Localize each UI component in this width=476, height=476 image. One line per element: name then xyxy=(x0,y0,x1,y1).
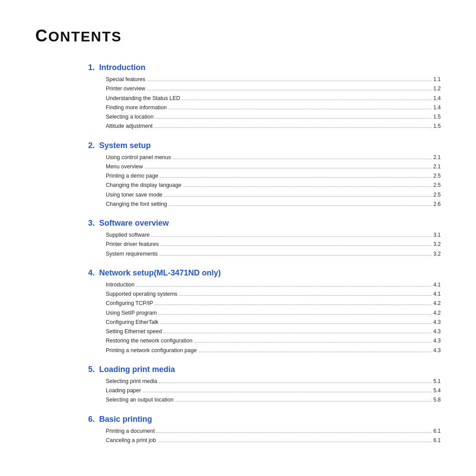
toc-entry: Using control panel menus2.1 xyxy=(106,153,441,162)
entry-dots xyxy=(169,205,431,206)
entry-page: 1.5 xyxy=(433,122,441,130)
toc-entry: Selecting print media5.1 xyxy=(106,377,441,386)
toc-section-1: 1. IntroductionSpecial features1.1Printe… xyxy=(35,63,441,131)
entry-dots xyxy=(173,159,431,159)
entry-label: Restoring the network configuration xyxy=(106,336,193,346)
entry-label: Loading paper xyxy=(106,386,141,395)
entry-dots xyxy=(156,432,431,433)
entry-page: 1.4 xyxy=(433,94,441,103)
entry-page: 2.5 xyxy=(433,190,441,199)
entry-page: 4.3 xyxy=(433,327,441,336)
entry-page: 6.1 xyxy=(433,427,441,435)
toc-entry: Selecting an output location5.8 xyxy=(106,395,441,405)
entry-label: Finding more information xyxy=(106,103,167,112)
entry-label: Special features xyxy=(106,75,145,84)
entry-label: Printing a network configuration page xyxy=(106,346,197,355)
toc-entry: Introduction4.1 xyxy=(106,280,441,290)
entry-label: Altitude adjustment xyxy=(106,122,152,131)
section-heading-1: 1. Introduction xyxy=(88,63,441,72)
toc-entries-3: Supplied software3.1Printer driver featu… xyxy=(106,231,441,259)
entry-dots xyxy=(154,127,431,128)
entry-dots xyxy=(194,342,432,342)
entry-page: 4.3 xyxy=(433,346,441,355)
entry-page: 1.2 xyxy=(433,84,441,93)
toc-entries-4: Introduction4.1Supported operating syste… xyxy=(106,280,441,355)
toc-container: 1. IntroductionSpecial features1.1Printe… xyxy=(35,63,441,445)
entry-label: Printing a document xyxy=(106,427,155,436)
entry-dots xyxy=(164,196,432,197)
entry-page: 2.5 xyxy=(433,171,441,180)
entry-dots xyxy=(155,305,431,305)
entry-dots xyxy=(155,118,431,119)
toc-entry: System requirements3.2 xyxy=(106,249,441,259)
toc-entry: Setting Ethernet speed4.3 xyxy=(106,327,441,336)
entry-label: System requirements xyxy=(106,249,158,259)
toc-entry: Altitude adjustment1.5 xyxy=(106,122,441,131)
toc-entry: Supported operating systems4.1 xyxy=(106,290,441,299)
entry-page: 2.5 xyxy=(433,181,441,190)
entry-dots xyxy=(160,177,431,178)
entry-dots xyxy=(182,100,431,100)
entry-label: Supported operating systems xyxy=(106,290,178,299)
entry-label: Changing the display language xyxy=(106,181,182,190)
toc-entry: Using SetIP program4.2 xyxy=(106,309,441,318)
entry-label: Printing a demo page xyxy=(106,171,158,181)
page-title: Contents xyxy=(35,26,441,45)
toc-entry: Loading paper5.4 xyxy=(106,386,441,395)
section-heading-3: 3. Software overview xyxy=(88,219,441,228)
entry-dots xyxy=(160,324,432,324)
entry-dots xyxy=(145,168,431,168)
entry-page: 5.8 xyxy=(433,395,441,404)
entry-dots xyxy=(198,352,431,352)
entry-label: Configuring TCP/IP xyxy=(106,299,153,308)
entry-page: 4.1 xyxy=(433,290,441,298)
entry-page: 4.2 xyxy=(433,309,441,317)
entry-label: Configuring EtherTalk xyxy=(106,318,159,327)
entry-label: Printer overview xyxy=(106,84,145,93)
section-heading-2: 2. System setup xyxy=(88,141,441,150)
entry-label: Canceling a print job xyxy=(106,436,156,445)
entry-page: 4.3 xyxy=(433,336,441,345)
entry-label: Setting Ethernet speed xyxy=(106,327,162,336)
toc-entry: Special features1.1 xyxy=(106,75,441,84)
entry-page: 3.2 xyxy=(433,240,441,249)
toc-entry: Understanding the Status LED1.4 xyxy=(106,94,441,103)
section-heading-4: 4. Network setup(ML-3471ND only) xyxy=(88,268,441,278)
toc-entry: Configuring EtherTalk4.3 xyxy=(106,318,441,327)
entry-label: Understanding the Status LED xyxy=(106,94,180,103)
entry-page: 3.1 xyxy=(433,231,441,239)
entry-dots xyxy=(136,286,431,286)
toc-entry: Finding more information1.4 xyxy=(106,103,441,112)
entry-label: Using SetIP program xyxy=(106,309,157,318)
entry-label: Using control panel menus xyxy=(106,153,171,162)
entry-label: Using toner save mode xyxy=(106,190,163,200)
entry-page: 5.1 xyxy=(433,377,441,386)
toc-entry: Changing the display language2.5 xyxy=(106,181,441,190)
toc-entry: Menu overview2.1 xyxy=(106,162,441,171)
entry-dots xyxy=(143,392,431,392)
entry-dots xyxy=(183,186,432,187)
entry-page: 6.1 xyxy=(433,436,441,445)
toc-entry: Printing a network configuration page4.3 xyxy=(106,346,441,355)
entry-dots xyxy=(160,245,431,246)
toc-section-5: 5. Loading print mediaSelecting print me… xyxy=(35,365,441,405)
toc-entry: Printer driver features3.2 xyxy=(106,240,441,249)
entry-page: 4.3 xyxy=(433,318,441,327)
toc-entries-6: Printing a document6.1Canceling a print … xyxy=(106,427,441,446)
entry-dots xyxy=(159,383,432,383)
entry-dots xyxy=(158,442,431,442)
entry-dots xyxy=(147,81,432,81)
toc-entry: Restoring the network configuration4.3 xyxy=(106,336,441,346)
toc-entry: Selecting a location1.5 xyxy=(106,112,441,122)
entry-dots xyxy=(175,401,432,402)
toc-entry: Using toner save mode2.5 xyxy=(106,190,441,200)
section-heading-6: 6. Basic printing xyxy=(88,415,441,424)
toc-entry: Configuring TCP/IP4.2 xyxy=(106,299,441,308)
entry-page: 2.6 xyxy=(433,200,441,208)
entry-page: 4.2 xyxy=(433,299,441,308)
entry-page: 1.4 xyxy=(433,103,441,112)
toc-entries-2: Using control panel menus2.1Menu overvie… xyxy=(106,153,441,209)
toc-entry: Canceling a print job6.1 xyxy=(106,436,441,445)
entry-dots xyxy=(151,236,431,237)
entry-dots xyxy=(164,333,431,333)
